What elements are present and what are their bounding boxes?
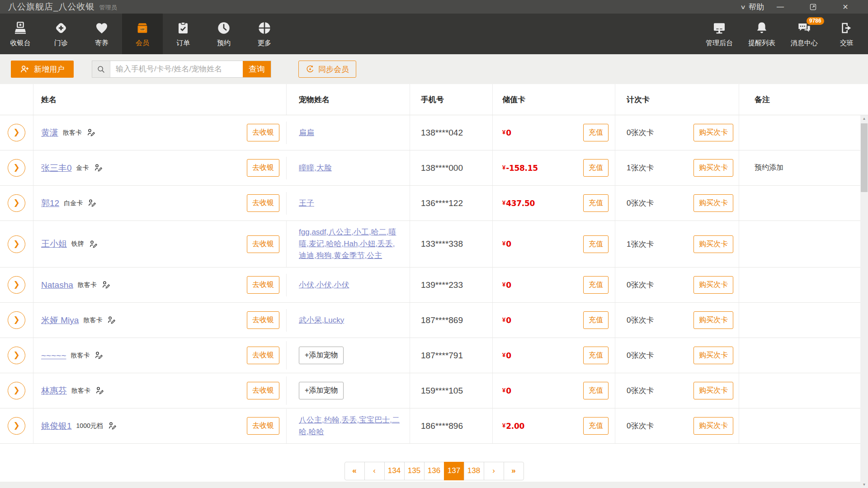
buy-times-card-button[interactable]: 购买次卡 bbox=[693, 347, 733, 364]
buy-times-card-button[interactable]: 购买次卡 bbox=[693, 311, 733, 329]
edit-member-icon[interactable] bbox=[95, 386, 104, 395]
pet-link[interactable]: 小工 bbox=[354, 228, 369, 236]
checkout-button[interactable]: 去收银 bbox=[247, 311, 279, 329]
buy-times-card-button[interactable]: 购买次卡 bbox=[693, 276, 733, 294]
pet-link[interactable]: 约翰 bbox=[324, 416, 340, 424]
maximize-button[interactable] bbox=[797, 3, 829, 11]
scroll-up-icon[interactable]: ▲ bbox=[860, 117, 868, 121]
recharge-button[interactable]: 充值 bbox=[583, 417, 609, 435]
pet-link[interactable]: asdf bbox=[311, 228, 326, 236]
add-user-button[interactable]: 新增用户 bbox=[11, 61, 74, 78]
page-button[interactable]: 134 bbox=[384, 462, 405, 480]
nav-tab-more[interactable]: 更多 bbox=[244, 14, 285, 54]
page-button[interactable]: 135 bbox=[404, 462, 425, 480]
minimize-button[interactable]: — bbox=[764, 3, 797, 11]
expand-row-button[interactable]: ❯ bbox=[8, 124, 25, 141]
query-button[interactable]: 查询 bbox=[243, 61, 271, 77]
edit-member-icon[interactable] bbox=[94, 351, 104, 360]
checkout-button[interactable]: 去收银 bbox=[247, 235, 279, 253]
prev-page-button[interactable]: ‹ bbox=[364, 462, 385, 480]
member-name-link[interactable]: 米娅 Miya bbox=[41, 314, 79, 326]
expand-row-button[interactable]: ❯ bbox=[8, 311, 25, 329]
recharge-button[interactable]: 充值 bbox=[583, 159, 609, 177]
pet-link[interactable]: 迪迪 bbox=[299, 251, 314, 260]
checkout-button[interactable]: 去收银 bbox=[247, 417, 279, 435]
search-input[interactable] bbox=[110, 61, 243, 77]
edit-member-icon[interactable] bbox=[87, 198, 97, 208]
add-pet-button[interactable]: +添加宠物 bbox=[299, 382, 344, 399]
page-button[interactable]: 137 bbox=[444, 462, 464, 480]
pet-link[interactable]: 八公主 bbox=[299, 416, 322, 424]
member-name-link[interactable]: 王小姐 bbox=[41, 238, 67, 250]
pet-link[interactable]: 麦记 bbox=[309, 239, 324, 248]
pet-link[interactable]: 宝宝巴士 bbox=[359, 416, 390, 424]
checkout-button[interactable]: 去收银 bbox=[247, 347, 279, 364]
checkout-button[interactable]: 去收银 bbox=[247, 159, 279, 177]
pet-link[interactable]: 黄金季节 bbox=[334, 251, 364, 260]
scroll-down-icon[interactable]: ▼ bbox=[860, 483, 868, 487]
member-name-link[interactable]: ~~~~~ bbox=[41, 351, 66, 361]
first-page-button[interactable]: « bbox=[344, 462, 365, 480]
recharge-button[interactable]: 充值 bbox=[583, 311, 609, 329]
buy-times-card-button[interactable]: 购买次卡 bbox=[693, 382, 733, 399]
pet-link[interactable]: Hah bbox=[344, 239, 358, 248]
recharge-button[interactable]: 充值 bbox=[583, 347, 609, 364]
checkout-button[interactable]: 去收银 bbox=[247, 124, 279, 141]
last-page-button[interactable]: » bbox=[504, 462, 524, 480]
recharge-button[interactable]: 充值 bbox=[583, 235, 609, 253]
close-button[interactable]: ✕ bbox=[829, 3, 862, 11]
member-name-link[interactable]: 姚俊银1 bbox=[41, 420, 72, 432]
member-name-link[interactable]: Natasha bbox=[41, 280, 73, 290]
member-name-link[interactable]: 张三丰0 bbox=[41, 162, 72, 174]
page-button[interactable]: 138 bbox=[464, 462, 484, 480]
pet-link[interactable]: 小伏 bbox=[316, 281, 332, 289]
next-page-button[interactable]: › bbox=[484, 462, 504, 480]
expand-row-button[interactable]: ❯ bbox=[8, 276, 25, 294]
pet-link[interactable]: 狗狗 bbox=[316, 251, 332, 260]
nav-admin-backend[interactable]: 管理后台 bbox=[698, 14, 741, 54]
nav-message-center[interactable]: 9786 消息中心 bbox=[783, 14, 826, 54]
pet-link[interactable]: 小伏 bbox=[334, 281, 349, 289]
checkout-button[interactable]: 去收银 bbox=[247, 194, 279, 212]
expand-row-button[interactable]: ❯ bbox=[8, 159, 25, 177]
pet-link[interactable]: fgg bbox=[299, 228, 310, 236]
expand-row-button[interactable]: ❯ bbox=[8, 235, 25, 253]
nav-tab-clinic[interactable]: 门诊 bbox=[41, 14, 81, 54]
pet-link[interactable]: 丢丢 bbox=[377, 239, 393, 248]
edit-member-icon[interactable] bbox=[86, 128, 96, 137]
edit-member-icon[interactable] bbox=[89, 239, 98, 249]
sync-members-button[interactable]: 同步会员 bbox=[298, 61, 356, 78]
recharge-button[interactable]: 充值 bbox=[583, 194, 609, 212]
nav-reminder-list[interactable]: 提醒列表 bbox=[741, 14, 783, 54]
pet-link[interactable]: 丢丢 bbox=[341, 416, 357, 424]
add-pet-button[interactable]: +添加宠物 bbox=[299, 347, 344, 364]
pet-link[interactable]: 小伏 bbox=[299, 281, 314, 289]
edit-member-icon[interactable] bbox=[107, 315, 116, 325]
buy-times-card-button[interactable]: 购买次卡 bbox=[693, 124, 733, 141]
recharge-button[interactable]: 充值 bbox=[583, 382, 609, 399]
pet-link[interactable]: 哈哈 bbox=[326, 239, 341, 248]
member-name-link[interactable]: 黄潇 bbox=[41, 127, 58, 139]
scrollbar-thumb[interactable] bbox=[861, 123, 868, 192]
pet-link[interactable]: 武小呆 bbox=[299, 316, 322, 324]
vertical-scrollbar[interactable]: ▲ ▼ bbox=[860, 115, 868, 488]
buy-times-card-button[interactable]: 购买次卡 bbox=[693, 417, 733, 435]
pet-link[interactable]: 小妞 bbox=[360, 239, 375, 248]
pet-link[interactable]: 王子 bbox=[299, 199, 314, 207]
member-name-link[interactable]: 郭12 bbox=[41, 197, 59, 209]
pet-link[interactable]: 扁扁 bbox=[299, 128, 314, 137]
pet-link[interactable]: 八公主 bbox=[328, 228, 351, 236]
pet-link[interactable]: 哈二 bbox=[371, 228, 387, 236]
nav-tab-members[interactable]: VIP 会员 bbox=[122, 14, 163, 54]
pet-link[interactable]: 公主 bbox=[367, 251, 382, 260]
expand-row-button[interactable]: ❯ bbox=[8, 194, 25, 212]
pet-link[interactable]: 大脸 bbox=[316, 164, 332, 172]
page-button[interactable]: 136 bbox=[424, 462, 444, 480]
edit-member-icon[interactable] bbox=[101, 280, 111, 290]
pet-link[interactable]: Lucky bbox=[324, 316, 344, 324]
edit-member-icon[interactable] bbox=[94, 163, 103, 173]
nav-tab-appointments[interactable]: 预约 bbox=[203, 14, 244, 54]
nav-tab-boarding[interactable]: 寄养 bbox=[81, 14, 122, 54]
recharge-button[interactable]: 充值 bbox=[583, 276, 609, 294]
nav-tab-cashier[interactable]: 收银台 bbox=[0, 14, 41, 54]
